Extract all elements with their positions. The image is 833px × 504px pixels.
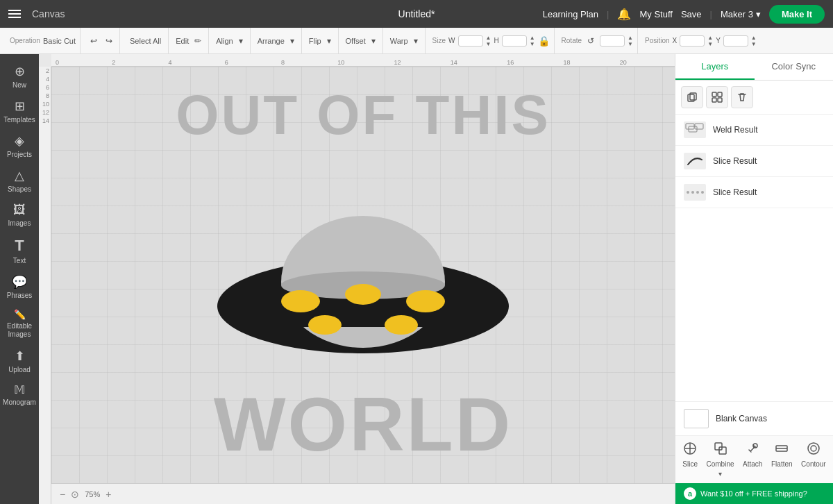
size-h-stepper[interactable]: ▲▼ <box>530 35 535 47</box>
size-w-input[interactable] <box>458 35 483 47</box>
ruler-h-4: 4 <box>167 59 224 66</box>
combine-action[interactable]: Combine ▾ <box>707 442 734 478</box>
bell-icon[interactable]: 🔔 <box>617 8 631 21</box>
layer-item-slice-2[interactable]: Slice Result <box>675 177 833 208</box>
attach-action[interactable]: Attach <box>743 442 762 478</box>
rotate-label: Rotate <box>562 37 582 44</box>
position-x-stepper[interactable]: ▲▼ <box>707 35 713 47</box>
templates-icon: ⊞ <box>15 99 25 114</box>
sidebar-item-monogram[interactable]: 𝕄 Monogram <box>2 379 37 410</box>
arrange-group: Arrange ▾ <box>253 28 302 53</box>
flip-label: Flip <box>309 37 321 45</box>
svg-rect-2 <box>712 92 716 96</box>
combine-label: Combine <box>707 460 734 468</box>
slice-icon <box>683 442 697 458</box>
ufo-svg <box>203 192 523 358</box>
chevron-down-icon: ▾ <box>756 9 761 19</box>
ufo-window-3 <box>406 290 445 312</box>
operation-value[interactable]: Basic Cut <box>43 37 76 45</box>
app-name: Canvas <box>32 8 65 19</box>
tab-color-sync[interactable]: Color Sync <box>755 54 834 80</box>
ufo-image <box>203 192 523 372</box>
ruler-v-10: 10 <box>41 100 51 108</box>
svg-point-11 <box>696 191 699 194</box>
position-y-input[interactable] <box>723 35 748 47</box>
hamburger-menu[interactable] <box>8 10 21 18</box>
contour-label: Contour <box>801 460 826 468</box>
maker-selector[interactable]: Maker 3 ▾ <box>721 9 761 19</box>
monogram-icon: 𝕄 <box>14 383 25 396</box>
sidebar-item-text[interactable]: T Text <box>2 233 37 269</box>
sidebar-item-templates-label: Templates <box>3 116 35 124</box>
contour-action[interactable]: Contour <box>801 442 826 478</box>
position-y-stepper[interactable]: ▲▼ <box>751 35 757 47</box>
flatten-action[interactable]: Flatten <box>771 442 793 478</box>
operation-label: Operation <box>10 37 40 44</box>
align-button[interactable]: ▾ <box>236 35 246 47</box>
zoom-in-button[interactable]: + <box>106 489 111 500</box>
svg-rect-4 <box>712 98 716 102</box>
undo-button[interactable]: ↩ <box>87 35 100 47</box>
flip-button[interactable]: ▾ <box>324 35 334 47</box>
lock-icon[interactable]: 🔒 <box>538 35 550 47</box>
warp-group: Warp ▾ <box>386 28 426 53</box>
ruler-v-2: 2 <box>44 67 51 75</box>
zoom-out-button[interactable]: − <box>60 489 65 500</box>
rotate-input[interactable] <box>600 35 625 47</box>
duplicate-button[interactable] <box>681 86 703 108</box>
sidebar-item-new[interactable]: ⊕ New <box>2 60 37 93</box>
make-it-button[interactable]: Make It <box>769 5 825 24</box>
layer-thumb-slice-2 <box>684 184 706 201</box>
slice-action[interactable]: Slice <box>682 442 698 478</box>
combine-dropdown-icon[interactable]: ▾ <box>718 470 722 478</box>
warp-button[interactable]: ▾ <box>411 35 421 47</box>
size-h-input[interactable] <box>502 35 527 47</box>
delete-button[interactable] <box>731 86 753 108</box>
svg-rect-3 <box>718 92 722 96</box>
layer-item-weld[interactable]: Weld Result <box>675 115 833 146</box>
zoom-circle-icon: ⊙ <box>71 489 79 500</box>
tab-layers[interactable]: Layers <box>675 54 755 80</box>
canvas-area[interactable]: 0 2 4 6 8 10 12 14 16 18 20 2 4 6 8 10 1… <box>39 54 675 504</box>
sidebar-item-projects[interactable]: ◈ Projects <box>2 129 37 162</box>
size-label: Size <box>432 37 446 44</box>
toolbar: Operation Basic Cut ↩ ↪ Select All Edit … <box>0 28 833 54</box>
sidebar-item-templates[interactable]: ⊞ Templates <box>2 94 37 128</box>
layer-item-slice-1[interactable]: Slice Result <box>675 146 833 177</box>
images-icon: 🖼 <box>13 203 26 217</box>
flatten-svg-icon <box>775 442 789 455</box>
ruler-v-6: 6 <box>44 83 51 92</box>
arrange-button[interactable]: ▾ <box>287 35 297 47</box>
rotate-group: Rotate ↺ ▲▼ <box>557 28 638 53</box>
slice-label: Slice <box>682 460 698 468</box>
sidebar-item-images[interactable]: 🖼 Images <box>2 199 37 231</box>
select-all-button[interactable]: Select All <box>127 35 164 47</box>
sidebar-item-editable-label: Editable Images <box>5 322 34 339</box>
shapes-icon: △ <box>15 168 24 183</box>
offset-button[interactable]: ▾ <box>369 35 378 47</box>
sidebar-item-shapes[interactable]: △ Shapes <box>2 164 37 197</box>
ruler-v-14: 14 <box>41 117 51 125</box>
svg-rect-5 <box>718 98 722 102</box>
flip-group: Flip ▾ <box>305 28 339 53</box>
size-w-stepper[interactable]: ▲▼ <box>486 35 491 47</box>
rotate-stepper[interactable]: ▲▼ <box>628 35 633 47</box>
slice-svg-icon <box>683 442 697 455</box>
sidebar-item-upload[interactable]: ⬆ Upload <box>2 344 37 378</box>
redo-button[interactable]: ↪ <box>103 35 115 47</box>
layer-thumb-weld <box>684 121 706 138</box>
group-button[interactable] <box>706 86 728 108</box>
promo-bar[interactable]: a Want $10 off + FREE shipping? <box>675 483 833 504</box>
save-link[interactable]: Save <box>681 9 702 19</box>
my-stuff-link[interactable]: My Stuff <box>639 9 672 19</box>
ruler-h-ticks: 0 2 4 6 8 10 12 14 16 18 20 <box>51 59 675 66</box>
learning-plan-link[interactable]: Learning Plan <box>543 9 598 19</box>
edit-button[interactable]: ✏ <box>192 35 204 47</box>
upload-icon: ⬆ <box>15 348 25 364</box>
position-x-input[interactable] <box>680 35 705 47</box>
sidebar-item-editable-images[interactable]: ✏️ Editable Images <box>2 305 37 343</box>
zoom-level: 75% <box>85 490 100 498</box>
rotate-ccw-button[interactable]: ↺ <box>584 35 597 47</box>
sidebar-item-phrases[interactable]: 💬 Phrases <box>2 270 37 303</box>
ruler-v-4: 4 <box>44 75 51 83</box>
